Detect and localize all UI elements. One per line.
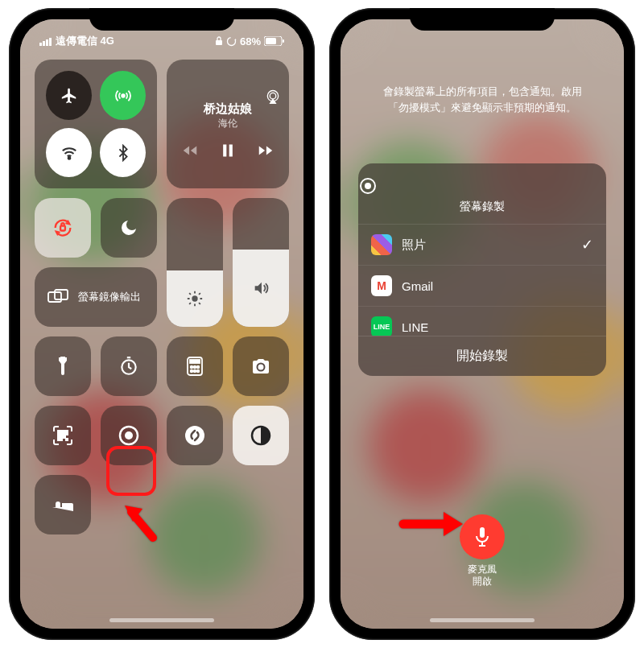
qr-icon xyxy=(52,425,73,446)
record-icon xyxy=(118,424,140,447)
svg-rect-19 xyxy=(60,357,65,358)
svg-rect-30 xyxy=(58,431,62,435)
signal-icon xyxy=(39,37,52,46)
brightness-icon xyxy=(186,290,204,307)
orientation-lock-toggle[interactable] xyxy=(35,198,91,258)
record-sheet: 螢幕錄製 照片 ✓ M Gmail LINE LINE xyxy=(358,163,606,376)
svg-rect-22 xyxy=(190,360,200,363)
sleep-mode-button[interactable] xyxy=(35,475,91,534)
svg-rect-15 xyxy=(60,226,65,231)
record-info-text: 會錄製螢幕上的所有項目，包含通知。啟用 「勿擾模式」來避免顯示非預期的通知。 xyxy=(341,19,624,115)
notch xyxy=(410,8,555,31)
phone-left: 遠傳電信 4G 68% xyxy=(9,8,315,640)
info-line1: 會錄製螢幕上的所有項目，包含通知。啟用 xyxy=(368,84,597,100)
rotation-lock-icon xyxy=(52,217,74,239)
start-record-button[interactable]: 開始錄製 xyxy=(358,336,606,376)
svg-rect-4 xyxy=(216,40,222,45)
svg-rect-7 xyxy=(266,38,276,44)
svg-point-24 xyxy=(194,366,196,369)
qr-scanner-button[interactable] xyxy=(35,406,91,465)
home-indicator[interactable] xyxy=(430,618,535,622)
svg-point-10 xyxy=(68,157,70,159)
brightness-slider[interactable] xyxy=(167,198,223,327)
svg-point-40 xyxy=(365,183,371,189)
annotation-arrow-right xyxy=(398,509,464,539)
svg-point-16 xyxy=(192,295,197,301)
screen-record-button[interactable] xyxy=(101,406,157,465)
info-line2: 「勿擾模式」來避免顯示非預期的通知。 xyxy=(368,100,597,116)
cellular-toggle[interactable] xyxy=(100,71,146,120)
home-indicator[interactable] xyxy=(109,618,214,622)
prev-track-button[interactable] xyxy=(181,142,199,159)
media-artist: 海伦 xyxy=(175,117,281,130)
shazam-icon xyxy=(184,424,206,447)
bed-icon xyxy=(51,497,75,513)
app-name: LINE xyxy=(402,320,428,334)
wifi-icon xyxy=(60,144,78,162)
photos-app-icon xyxy=(371,234,392,255)
pause-button[interactable] xyxy=(220,142,236,159)
svg-point-9 xyxy=(122,94,125,97)
app-name: 照片 xyxy=(402,237,426,253)
microphone-label: 麥克風 開啟 xyxy=(468,563,497,588)
svg-point-23 xyxy=(191,366,193,369)
volume-slider[interactable] xyxy=(233,198,289,327)
calculator-button[interactable] xyxy=(167,336,223,396)
camera-icon xyxy=(250,357,271,375)
svg-rect-34 xyxy=(66,439,68,440)
record-destination-list: 照片 ✓ M Gmail LINE LINE xyxy=(358,225,606,336)
connectivity-panel[interactable] xyxy=(35,60,157,188)
svg-point-37 xyxy=(185,426,204,445)
airplane-toggle[interactable] xyxy=(46,71,92,120)
svg-rect-33 xyxy=(64,436,65,438)
dark-mode-icon xyxy=(250,424,272,447)
bluetooth-icon xyxy=(114,144,132,162)
microphone-icon xyxy=(473,526,492,548)
bluetooth-toggle[interactable] xyxy=(100,128,146,177)
record-dest-line[interactable]: LINE LINE xyxy=(358,307,606,336)
control-center: 桥边姑娘 海伦 xyxy=(20,53,303,541)
svg-point-27 xyxy=(194,370,196,373)
timer-button[interactable] xyxy=(101,336,157,396)
record-dest-gmail[interactable]: M Gmail xyxy=(358,266,606,307)
svg-point-12 xyxy=(270,93,276,99)
svg-point-25 xyxy=(197,366,200,369)
shazam-button[interactable] xyxy=(167,406,223,465)
carrier-label: 遠傳電信 4G xyxy=(56,34,114,48)
flashlight-icon xyxy=(54,356,72,377)
svg-rect-8 xyxy=(283,39,284,43)
media-panel[interactable]: 桥边姑娘 海伦 xyxy=(167,60,289,188)
flashlight-toggle[interactable] xyxy=(35,336,91,396)
microphone-toggle[interactable] xyxy=(460,514,505,559)
svg-point-36 xyxy=(125,431,133,440)
check-icon: ✓ xyxy=(581,236,593,254)
camera-button[interactable] xyxy=(233,336,289,396)
svg-point-26 xyxy=(191,370,193,373)
next-track-button[interactable] xyxy=(257,142,275,159)
annotation-arrow-left xyxy=(117,497,165,546)
battery-pct: 68% xyxy=(240,35,261,47)
battery-icon xyxy=(264,36,284,46)
record-dest-photos[interactable]: 照片 ✓ xyxy=(358,225,606,266)
mic-label-2: 開啟 xyxy=(468,576,497,588)
mic-label-1: 麥克風 xyxy=(468,563,497,576)
lock-icon xyxy=(215,36,223,46)
screen-left: 遠傳電信 4G 68% xyxy=(20,19,303,629)
svg-rect-2 xyxy=(46,39,48,46)
svg-rect-0 xyxy=(39,43,42,46)
svg-rect-41 xyxy=(480,527,485,538)
mirror-label: 螢幕鏡像輸出 xyxy=(78,290,141,304)
svg-point-28 xyxy=(197,370,200,373)
volume-icon xyxy=(252,279,270,297)
record-sheet-title: 螢幕錄製 xyxy=(460,200,505,213)
line-app-icon: LINE xyxy=(371,316,392,336)
app-name: Gmail xyxy=(402,279,433,293)
sync-icon xyxy=(226,36,237,47)
dark-mode-toggle[interactable] xyxy=(233,406,289,465)
wifi-toggle[interactable] xyxy=(46,128,92,177)
svg-rect-32 xyxy=(58,436,62,440)
gmail-app-icon: M xyxy=(371,275,392,296)
screen-mirror-button[interactable]: 螢幕鏡像輸出 xyxy=(35,267,157,327)
dnd-toggle[interactable] xyxy=(101,198,157,258)
svg-rect-31 xyxy=(64,431,68,435)
